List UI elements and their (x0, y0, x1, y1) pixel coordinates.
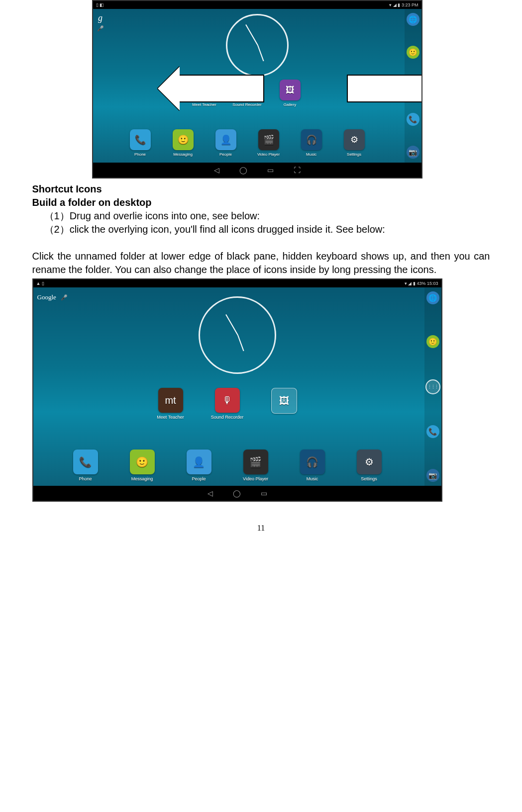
app-music[interactable]: 🎧Music (295, 450, 330, 481)
app-label: Music (306, 152, 316, 157)
sidebar-camera-icon[interactable]: 📷 (407, 146, 419, 159)
sidebar-phone-icon[interactable]: 📞 (426, 425, 439, 438)
app-settings[interactable]: ⚙Settings (339, 129, 369, 157)
screenshot-2: ▲ ▯ ▾ ◢ ▮ 43% 15:03 Google 🎤 mtMeet Teac… (32, 278, 442, 502)
app-icon: 🖼 (280, 80, 301, 100)
app-icon: ⚙ (357, 450, 382, 474)
sidebar-globe-icon[interactable]: 🌐 (407, 13, 419, 26)
app-sound-recorder[interactable]: 🎙Sound Recorder (209, 388, 245, 420)
status-right: ▾ ◢ ▮ 43% 15:03 (405, 281, 438, 286)
swipe-left-arrow-head (158, 67, 180, 110)
app-label: Sound Recorder (211, 415, 244, 420)
nav-back-icon[interactable]: ◁ (214, 166, 219, 174)
sidebar-apps-icon[interactable]: ⋮⋮⋮ (425, 379, 440, 394)
app-gallery[interactable]: 🖼Gallery (275, 80, 305, 107)
app-folder[interactable]: 🖼 (266, 388, 302, 420)
mic-icon[interactable]: 🎤 (95, 25, 106, 32)
app-icon: 🙂 (173, 129, 194, 150)
status-left: ▯ ◧ (96, 2, 104, 7)
google-search[interactable]: g 🎤 (95, 13, 106, 32)
app-label: Settings (361, 476, 377, 481)
app-row-mid: mtMeet Teacher🎙Sound Recorder🖼 (33, 388, 421, 420)
app-settings[interactable]: ⚙Settings (351, 450, 387, 481)
nav-recent-icon[interactable]: ▭ (261, 489, 267, 497)
heading-build-folder: Build a folder on desktop (32, 196, 490, 209)
app-icon: 📞 (73, 450, 98, 474)
app-meet-teacher[interactable]: mtMeet Teacher (153, 388, 189, 420)
clock-widget[interactable] (199, 296, 276, 374)
sidebar-phone-icon[interactable]: 📞 (407, 113, 419, 126)
app-icon: 👤 (215, 129, 236, 150)
nav-screenshot-icon[interactable]: ⛶ (294, 166, 301, 174)
app-label: Sound Recorder (232, 102, 261, 107)
app-icon: 🎧 (301, 129, 322, 150)
app-row-bot: 📞Phone🙂Messaging👤People🎬Video Player🎧Mus… (93, 129, 402, 157)
sidebar-sms-icon[interactable]: 🙂 (426, 335, 439, 348)
app-icon: 🖼 (271, 388, 297, 414)
app-phone[interactable]: 📞Phone (68, 450, 104, 481)
sidebar-camera-icon[interactable]: 📷 (426, 469, 439, 482)
app-messaging[interactable]: 🙂Messaging (124, 450, 160, 481)
app-row-bot: 📞Phone🙂Messaging👤People🎬Video Player🎧Mus… (33, 450, 421, 481)
swipe-right-arrow (347, 75, 422, 102)
app-video-player[interactable]: 🎬Video Player (238, 450, 274, 481)
app-label: Phone (79, 476, 92, 481)
mic-icon[interactable]: 🎤 (61, 294, 68, 300)
app-icon: ⚙ (344, 129, 365, 150)
sidebar-dock: 🌐🙂⋮⋮⋮📞📷 (424, 287, 441, 486)
google-text: Google (37, 293, 56, 301)
app-label: Gallery (284, 102, 296, 107)
clock-widget[interactable] (226, 14, 289, 77)
app-label: Messaging (131, 476, 153, 481)
status-right: ▾ ◢ ▮ 3:23 PM (389, 2, 418, 7)
status-left: ▲ ▯ (36, 281, 44, 286)
app-label: Meet Teacher (157, 415, 184, 420)
nav-back-icon[interactable]: ◁ (208, 489, 213, 497)
app-label: People (192, 476, 206, 481)
app-icon: 🎙 (215, 388, 240, 413)
sidebar-sms-icon[interactable]: 🙂 (407, 46, 419, 59)
app-label: Meet Teacher (192, 102, 216, 107)
nav-recent-icon[interactable]: ▭ (267, 166, 274, 174)
nav-home-icon[interactable]: ◯ (233, 489, 241, 497)
app-label: Music (307, 476, 318, 481)
sidebar-globe-icon[interactable]: 🌐 (426, 291, 439, 304)
app-phone[interactable]: 📞Phone (125, 129, 155, 157)
app-icon: 🎬 (243, 450, 268, 474)
paragraph-rename: Click the unnamed folder at lower edge o… (32, 250, 490, 276)
app-icon: 🙂 (130, 450, 155, 474)
app-label: Video Player (257, 152, 280, 157)
app-label: People (219, 152, 232, 157)
app-icon: 🎧 (300, 450, 325, 474)
app-label: Phone (134, 152, 146, 157)
screenshot-1: ▯ ◧ ▾ ◢ ▮ 3:23 PM g 🎤 mtMeet Teacher🎙Sou… (92, 0, 422, 179)
swipe-left-arrow (178, 75, 264, 102)
nav-bar: ◁◯▭ (33, 486, 441, 501)
app-icon: 📞 (130, 129, 151, 150)
app-icon: 🎬 (258, 129, 279, 150)
app-people[interactable]: 👤People (211, 129, 241, 157)
app-icon: mt (158, 388, 183, 413)
status-bar: ▯ ◧ ▾ ◢ ▮ 3:23 PM (93, 1, 421, 9)
nav-bar: ◁◯▭⛶ (93, 163, 421, 178)
list-item-1: （1）Drug and overlie icons into one, see … (32, 209, 490, 223)
google-search[interactable]: Google 🎤 (37, 293, 68, 301)
app-label: Messaging (173, 152, 193, 157)
app-people[interactable]: 👤People (181, 450, 217, 481)
google-g-icon: g (95, 13, 106, 23)
status-bar: ▲ ▯ ▾ ◢ ▮ 43% 15:03 (33, 279, 441, 287)
app-video-player[interactable]: 🎬Video Player (254, 129, 284, 157)
nav-home-icon[interactable]: ◯ (239, 166, 247, 174)
list-item-2: （2）click the overlying icon, you'll find… (32, 223, 490, 236)
app-music[interactable]: 🎧Music (297, 129, 326, 157)
app-label: Video Player (243, 476, 268, 481)
page-number: 11 (32, 524, 490, 533)
heading-shortcut-icons: Shortcut Icons (32, 182, 490, 196)
app-icon: 👤 (187, 450, 211, 474)
app-messaging[interactable]: 🙂Messaging (168, 129, 198, 157)
app-label: Settings (347, 152, 361, 157)
